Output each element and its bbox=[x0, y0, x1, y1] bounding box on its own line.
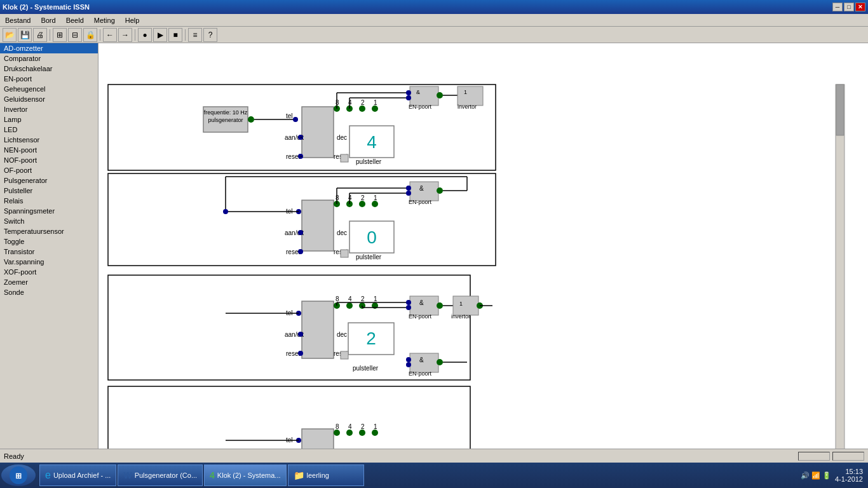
row1-en-output-node bbox=[437, 92, 443, 98]
sidebar-item-zoemer[interactable]: Zoemer bbox=[0, 277, 98, 287]
row2-bit4: 4 bbox=[348, 194, 352, 201]
row1-dec-label: dec bbox=[337, 134, 347, 141]
sidebar-item-nen-poort[interactable]: NEN-poort bbox=[0, 145, 98, 155]
sidebar-item-invertor[interactable]: Invertor bbox=[0, 104, 98, 114]
menu-bord[interactable]: Bord bbox=[36, 15, 60, 25]
taskbar-ie-button[interactable]: e Upload Archief - ... bbox=[39, 464, 116, 486]
row1-tel-label: tel bbox=[286, 112, 293, 119]
minimize-button[interactable]: ─ bbox=[832, 3, 843, 11]
sidebar-item-geluidsensor[interactable]: Geluidsensor bbox=[0, 94, 98, 104]
redo-button[interactable]: → bbox=[118, 28, 132, 42]
sidebar-item-led[interactable]: LED bbox=[0, 125, 98, 135]
dot-button[interactable]: ● bbox=[138, 28, 152, 42]
save-button[interactable]: 💾 bbox=[18, 28, 32, 42]
close-button[interactable]: ✕ bbox=[855, 3, 865, 11]
row2-en-amp: & bbox=[419, 185, 424, 192]
sidebar-item-nof-poort[interactable]: NOF-poort bbox=[0, 155, 98, 165]
taskbar-folder-button[interactable]: 📁 leerling bbox=[288, 464, 364, 486]
row2-reset-node bbox=[298, 249, 303, 254]
sidebar-item-lamp[interactable]: Lamp bbox=[0, 114, 98, 125]
row3-en-bot-in1 bbox=[406, 357, 411, 362]
sidebar-item-sonde[interactable]: Sonde bbox=[0, 287, 98, 297]
row1-node-2 bbox=[359, 105, 365, 112]
maximize-button[interactable]: □ bbox=[844, 3, 854, 11]
canvas-area[interactable]: frequentie: 10 Hz pulsgenerator tel aan/… bbox=[98, 43, 868, 449]
sidebar-item-temperatuursensor[interactable]: Temperatuursensor bbox=[0, 226, 98, 236]
row2-dec-label: dec bbox=[337, 229, 347, 236]
row1-en-poort bbox=[410, 86, 438, 105]
menu-help[interactable]: Help bbox=[120, 15, 145, 25]
row1-en-in1-node bbox=[406, 90, 411, 95]
status-right1 bbox=[798, 452, 830, 461]
sidebar-item-lichtsensor[interactable]: Lichtsensor bbox=[0, 135, 98, 145]
grid2-button[interactable]: ⊟ bbox=[68, 28, 82, 42]
list-button[interactable]: ≡ bbox=[188, 28, 202, 42]
play-button[interactable]: ▶ bbox=[153, 28, 167, 42]
sidebar-item-ad-omzetter[interactable]: AD-omzetter bbox=[0, 43, 98, 53]
sidebar-item-comparator[interactable]: Comparator bbox=[0, 53, 98, 64]
row2-counter bbox=[302, 200, 334, 251]
row3-en-poort-label-bot: EN-poort bbox=[409, 370, 432, 377]
sidebar-item-relais[interactable]: Relais bbox=[0, 196, 98, 206]
row3-invertor-label: invertor bbox=[451, 313, 470, 320]
sidebar-item-spanningsmeter[interactable]: Spanningsmeter bbox=[0, 206, 98, 216]
sidebar-item-en-poort[interactable]: EN-poort bbox=[0, 74, 98, 84]
sidebar: AD-omzetter Comparator Drukschakelaar EN… bbox=[0, 43, 98, 449]
grid-button[interactable]: ⊞ bbox=[53, 28, 67, 42]
row3-en-poort-bot bbox=[410, 353, 438, 372]
row1-display-value: 4 bbox=[367, 132, 377, 152]
sidebar-item-var-spanning[interactable]: Var.spanning bbox=[0, 257, 98, 267]
taskbar-app-button[interactable]: 4 Klok (2) - Systema... bbox=[204, 464, 286, 486]
taskbar-word-button[interactable]: W Pulsgenerator (Co... bbox=[118, 464, 203, 486]
row2-aan-node bbox=[298, 230, 303, 235]
row3-en-amp-bot: & bbox=[419, 356, 424, 363]
sidebar-item-pulsgenerator[interactable]: Pulsgenerator bbox=[0, 175, 98, 186]
clock-date: 4-1-2012 bbox=[835, 475, 863, 483]
row2-pulsteller-label: pulsteller bbox=[356, 254, 382, 261]
lock-button[interactable]: 🔒 bbox=[83, 28, 97, 42]
row2-bit2: 2 bbox=[361, 194, 365, 201]
sidebar-item-transistor[interactable]: Transistor bbox=[0, 247, 98, 257]
sidebar-item-xof-poort[interactable]: XOF-poort bbox=[0, 267, 98, 277]
row1-pulsteller-label: pulsteller bbox=[356, 158, 382, 165]
row3-bit8: 8 bbox=[336, 295, 339, 302]
separator2 bbox=[100, 29, 100, 41]
taskbar-ie-label: Upload Archief - ... bbox=[53, 471, 111, 479]
row2-en-in1 bbox=[406, 186, 411, 191]
row3-reset-node bbox=[298, 351, 303, 356]
scroll-track[interactable] bbox=[836, 85, 844, 449]
menu-beeld[interactable]: Beeld bbox=[61, 15, 89, 25]
menu-bestand[interactable]: Bestand bbox=[0, 15, 36, 25]
circuit-canvas: frequentie: 10 Hz pulsgenerator tel aan/… bbox=[98, 43, 848, 449]
sidebar-item-toggle[interactable]: Toggle bbox=[0, 236, 98, 247]
row3-en-in1 bbox=[406, 300, 411, 305]
start-button[interactable]: ⊞ bbox=[1, 464, 36, 486]
circuit-svg: frequentie: 10 Hz pulsgenerator tel aan/… bbox=[98, 43, 848, 449]
row3-counter bbox=[302, 301, 334, 358]
help-button[interactable]: ? bbox=[203, 28, 217, 42]
undo-button[interactable]: ← bbox=[103, 28, 117, 42]
titlebar-title: Klok (2) - Systematic ISSN bbox=[3, 3, 90, 11]
row3-display-value: 2 bbox=[366, 329, 376, 348]
menu-meting[interactable]: Meting bbox=[89, 15, 120, 25]
scroll-thumb[interactable] bbox=[836, 85, 844, 135]
open-button[interactable]: 📂 bbox=[3, 28, 17, 42]
row4-bit2: 2 bbox=[361, 423, 365, 430]
print-button[interactable]: 🖨 bbox=[33, 28, 47, 42]
clock: 15:13 4-1-2012 bbox=[835, 468, 863, 483]
row1-inv-value: 1 bbox=[464, 89, 467, 95]
row4-node-8 bbox=[334, 430, 340, 436]
row3-reset-square bbox=[341, 351, 348, 359]
sidebar-item-drukschakelaar[interactable]: Drukschakelaar bbox=[0, 64, 98, 74]
taskbar-word-label: Pulsgenerator (Co... bbox=[135, 471, 197, 479]
stop-button[interactable]: ■ bbox=[168, 28, 182, 42]
sidebar-item-of-poort[interactable]: OF-poort bbox=[0, 165, 98, 175]
row1-tel-node bbox=[293, 117, 298, 122]
sidebar-item-pulsteller[interactable]: Pulsteller bbox=[0, 186, 98, 196]
separator4 bbox=[185, 29, 186, 41]
sidebar-item-geheugencel[interactable]: Geheugencel bbox=[0, 84, 98, 94]
row2-en-poort-label: EN-poort bbox=[409, 199, 432, 205]
row1-bit2: 2 bbox=[361, 99, 365, 106]
row4-bit8: 8 bbox=[336, 423, 339, 430]
sidebar-item-switch[interactable]: Switch bbox=[0, 216, 98, 226]
